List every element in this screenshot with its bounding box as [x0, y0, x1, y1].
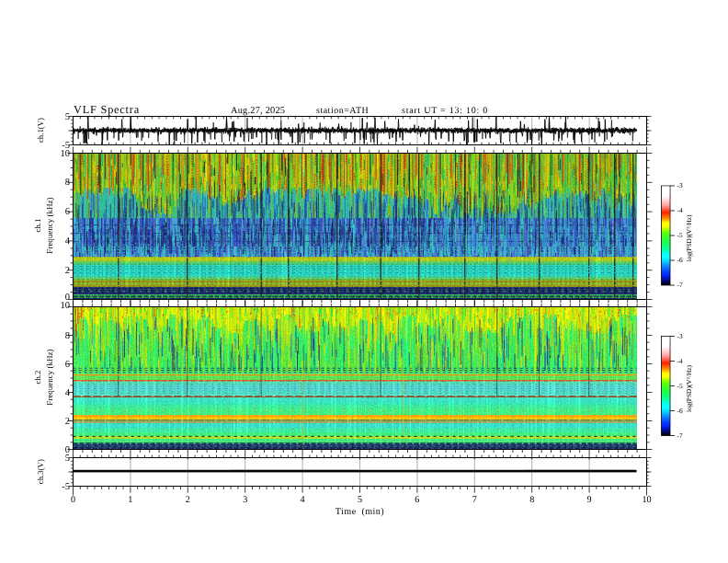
svg-text:10: 10 [61, 149, 71, 159]
svg-text:6: 6 [415, 495, 419, 505]
svg-text:9: 9 [587, 495, 592, 505]
svg-text:-4: -4 [677, 206, 683, 214]
svg-text:-5: -5 [62, 482, 70, 492]
svg-text:-3: -3 [677, 181, 683, 190]
svg-text:Aug.27, 2025: Aug.27, 2025 [231, 106, 285, 116]
svg-text:Time (min): Time (min) [336, 507, 384, 517]
svg-text:station=ATH: station=ATH [316, 106, 369, 116]
svg-text:8: 8 [65, 331, 70, 341]
svg-text:Frequency (kHz): Frequency (kHz) [45, 349, 54, 405]
svg-text:4: 4 [301, 495, 305, 505]
svg-text:-6: -6 [677, 407, 683, 415]
svg-text:log(PSD)(V²/Hz): log(PSD)(V²/Hz) [685, 214, 693, 262]
svg-text:log(PSD)(V²/Hz): log(PSD)(V²/Hz) [685, 364, 693, 412]
svg-text:-3: -3 [677, 332, 683, 340]
svg-text:ch.3(V): ch.3(V) [36, 459, 45, 484]
svg-text:0: 0 [71, 495, 75, 505]
svg-text:-6: -6 [677, 256, 683, 264]
svg-text:VLF Spectra: VLF Spectra [74, 103, 140, 116]
svg-text:-5: -5 [677, 382, 683, 390]
svg-text:4: 4 [65, 388, 71, 398]
svg-text:2: 2 [65, 417, 70, 427]
svg-text:5: 5 [65, 112, 70, 122]
svg-text:4: 4 [65, 236, 71, 247]
svg-text:2: 2 [65, 266, 70, 276]
svg-text:-7: -7 [677, 431, 683, 440]
svg-text:8: 8 [529, 495, 534, 505]
svg-text:10: 10 [61, 301, 71, 311]
svg-text:ch.1(V): ch.1(V) [36, 118, 45, 143]
svg-text:-5: -5 [677, 231, 683, 239]
svg-text:5: 5 [358, 495, 362, 505]
svg-text:3: 3 [243, 495, 247, 505]
svg-text:6: 6 [65, 360, 70, 370]
svg-text:ch.2: ch.2 [33, 371, 42, 385]
svg-text:2: 2 [186, 495, 190, 505]
svg-text:-4: -4 [677, 357, 683, 365]
svg-text:start UT = 13: 10: 0: start UT = 13: 10: 0 [402, 106, 488, 116]
svg-text:Frequency (kHz): Frequency (kHz) [45, 197, 54, 253]
svg-text:6: 6 [65, 207, 70, 217]
svg-text:ch.1: ch.1 [33, 219, 42, 233]
svg-text:5: 5 [65, 454, 70, 464]
svg-text:10: 10 [642, 495, 651, 505]
svg-text:7: 7 [472, 495, 477, 505]
svg-text:-7: -7 [677, 281, 683, 289]
svg-text:8: 8 [65, 178, 70, 188]
svg-text:1: 1 [128, 495, 132, 505]
